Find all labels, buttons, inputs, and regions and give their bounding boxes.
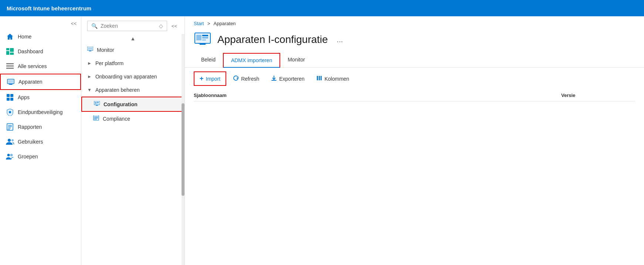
sub-nav-monitor-label: Monitor	[97, 47, 114, 53]
svg-rect-0	[6, 51, 9, 55]
sidebar-item-home[interactable]: Home	[0, 29, 81, 44]
sidebar-item-eindpuntbeveiliging[interactable]: Eindpuntbeveiliging	[0, 105, 81, 120]
svg-rect-10	[9, 84, 13, 84]
data-table: Sjabloonnaam Versie	[185, 90, 644, 101]
sub-panel: 🔍 ◇ << ▲	[81, 16, 185, 265]
svg-rect-18	[8, 127, 12, 127]
svg-rect-26	[88, 47, 92, 50]
svg-rect-41	[202, 35, 208, 36]
sub-nav-compliance[interactable]: Compliance	[81, 112, 184, 125]
refresh-button[interactable]: Refresh	[228, 73, 264, 85]
breadcrumb-start[interactable]: Start	[194, 21, 204, 26]
svg-rect-43	[202, 39, 206, 41]
sub-nav-configuration[interactable]: Configuration	[81, 97, 184, 112]
sidebar-collapse[interactable]: <<	[0, 19, 81, 29]
sub-nav-apparaten-beheren[interactable]: ▼ Apparaten beheren	[81, 83, 184, 97]
monitor-nav-icon	[87, 47, 93, 53]
exporteren-button[interactable]: Exporteren	[266, 73, 309, 85]
svg-rect-40	[196, 35, 201, 40]
kolommen-button-label: Kolommen	[325, 76, 349, 82]
sub-nav-compliance-label: Compliance	[103, 116, 130, 122]
scrollbar-thumb[interactable]	[182, 103, 184, 196]
apps-icon	[6, 93, 14, 101]
sidebar-item-apparaten[interactable]: Apparaten	[0, 74, 81, 90]
sub-nav-per-platform-label: Per platform	[95, 60, 123, 66]
chevron-right-icon-2: ►	[87, 74, 92, 79]
sidebar: << Home Dashboard	[0, 16, 81, 265]
sidebar-item-dashboard[interactable]: Dashboard	[0, 44, 81, 59]
svg-rect-45	[198, 43, 207, 44]
svg-rect-36	[94, 118, 98, 118]
exporteren-button-label: Exporteren	[279, 76, 304, 82]
sidebar-item-alle-services-label: Alle services	[18, 63, 47, 69]
app-title: Microsoft Intune beheercentrum	[7, 5, 91, 11]
tab-admx-importeren[interactable]: ADMX importeren	[223, 53, 280, 68]
search-clear-icon[interactable]: ◇	[159, 23, 163, 29]
plus-icon: +	[200, 75, 204, 83]
svg-rect-49	[319, 76, 320, 80]
sidebar-item-apps[interactable]: Apps	[0, 90, 81, 105]
sidebar-item-rapporten[interactable]: Rapporten	[0, 120, 81, 134]
svg-rect-50	[321, 76, 322, 80]
sidebar-item-dashboard-label: Dashboard	[18, 48, 43, 54]
sub-panel-header: 🔍 ◇ <<	[81, 16, 184, 34]
col-name-header: Sjabloonnaam	[194, 93, 561, 98]
search-box[interactable]: 🔍 ◇	[87, 21, 167, 31]
svg-point-15	[9, 111, 11, 113]
refresh-button-label: Refresh	[241, 76, 259, 82]
sidebar-item-alle-services[interactable]: Alle services	[0, 59, 81, 74]
svg-rect-8	[8, 80, 13, 83]
sidebar-item-groepen-label: Groepen	[18, 154, 38, 160]
rapporten-icon	[6, 123, 14, 131]
svg-rect-14	[10, 98, 13, 101]
download-icon	[271, 75, 277, 83]
svg-rect-3	[6, 48, 9, 50]
svg-rect-19	[8, 128, 11, 128]
sidebar-item-gebruikers[interactable]: Gebruikers	[0, 134, 81, 149]
svg-rect-4	[6, 63, 14, 64]
kolommen-button[interactable]: Kolommen	[311, 73, 355, 85]
breadcrumb: Start > Apparaten	[185, 16, 644, 26]
refresh-icon	[233, 75, 239, 83]
page-icon	[194, 31, 211, 48]
svg-rect-12	[10, 94, 13, 97]
main-panel: Start > Apparaten	[185, 16, 644, 265]
chevron-down-icon: ▼	[87, 87, 92, 93]
groepen-icon	[6, 152, 14, 161]
kolommen-icon	[316, 75, 322, 83]
alle-services-icon	[6, 62, 14, 70]
svg-rect-1	[10, 48, 14, 52]
sub-nav-onboarding[interactable]: ► Onboarding van apparaten	[81, 70, 184, 83]
svg-point-23	[7, 154, 10, 157]
svg-rect-20	[8, 129, 10, 130]
sidebar-item-groepen[interactable]: Groepen	[0, 149, 81, 164]
tab-beleid[interactable]: Beleid	[194, 53, 223, 68]
svg-rect-6	[6, 68, 14, 69]
sub-nav-monitor[interactable]: Monitor	[81, 43, 184, 57]
compliance-nav-icon	[93, 115, 99, 122]
svg-rect-2	[10, 53, 14, 55]
svg-rect-37	[94, 119, 97, 120]
subpanel-collapse-btn[interactable]: <<	[170, 22, 179, 30]
page-header: Apparaten I-configuratie ...	[185, 26, 644, 53]
search-icon: 🔍	[91, 23, 98, 29]
sidebar-item-rapporten-label: Rapporten	[18, 124, 42, 130]
toolbar: + Import Refresh	[185, 68, 644, 90]
sidebar-item-gebruikers-label: Gebruikers	[18, 139, 43, 145]
svg-rect-31	[97, 102, 99, 103]
sub-nav-configuration-label: Configuration	[104, 101, 138, 107]
search-input[interactable]	[101, 23, 156, 29]
svg-rect-35	[94, 117, 98, 117]
more-options-icon[interactable]: ...	[337, 36, 343, 44]
tabs: Beleid ADMX importeren Monitor	[185, 53, 644, 68]
svg-rect-11	[7, 94, 10, 97]
sub-nav-apparaten-beheren-label: Apparaten beheren	[95, 87, 140, 93]
import-button[interactable]: + Import	[194, 71, 226, 86]
scroll-up-indicator[interactable]: ▲	[81, 34, 184, 43]
tab-monitor[interactable]: Monitor	[280, 53, 312, 68]
gebruikers-icon	[6, 138, 14, 146]
svg-point-24	[10, 154, 13, 157]
sub-nav-per-platform[interactable]: ► Per platform	[81, 57, 184, 70]
svg-rect-5	[6, 66, 14, 67]
svg-rect-13	[7, 98, 10, 101]
